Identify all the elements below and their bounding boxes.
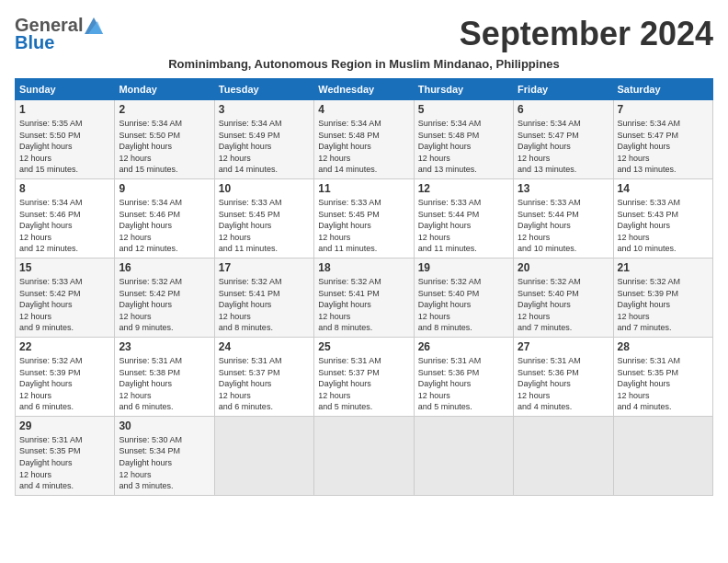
day-info: Sunrise: 5:32 AMSunset: 5:41 PMDaylight …: [318, 276, 409, 334]
calendar-cell: 21 Sunrise: 5:32 AMSunset: 5:39 PMDaylig…: [613, 258, 712, 337]
day-number: 5: [418, 103, 509, 116]
calendar-cell: 7 Sunrise: 5:34 AMSunset: 5:47 PMDayligh…: [613, 100, 712, 179]
day-number: 8: [19, 182, 110, 195]
day-number: 25: [318, 340, 409, 353]
day-info: Sunrise: 5:32 AMSunset: 5:42 PMDaylight …: [119, 276, 210, 334]
calendar-cell: 19 Sunrise: 5:32 AMSunset: 5:40 PMDaylig…: [414, 258, 513, 337]
calendar-cell: 11 Sunrise: 5:33 AMSunset: 5:45 PMDaylig…: [314, 178, 414, 258]
day-number: 16: [119, 261, 210, 274]
day-number: 11: [318, 182, 409, 195]
calendar-cell: 29 Sunrise: 5:31 AMSunset: 5:35 PMDaylig…: [16, 416, 115, 495]
calendar-cell: 14 Sunrise: 5:33 AMSunset: 5:43 PMDaylig…: [613, 178, 712, 258]
calendar-row-3: 22 Sunrise: 5:32 AMSunset: 5:39 PMDaylig…: [16, 337, 713, 416]
header-friday: Friday: [514, 79, 613, 100]
calendar-cell: 20 Sunrise: 5:32 AMSunset: 5:40 PMDaylig…: [514, 258, 613, 337]
day-number: 24: [219, 340, 310, 353]
day-number: 22: [19, 340, 110, 353]
day-number: 7: [618, 103, 709, 116]
calendar-cell: 13 Sunrise: 5:33 AMSunset: 5:44 PMDaylig…: [514, 178, 613, 258]
header-tuesday: Tuesday: [214, 79, 313, 100]
day-number: 9: [119, 182, 210, 195]
day-info: Sunrise: 5:33 AMSunset: 5:45 PMDaylight …: [318, 197, 409, 255]
header: General Blue September 2024: [15, 15, 713, 53]
day-number: 28: [618, 340, 709, 353]
day-number: 20: [518, 261, 609, 274]
header-thursday: Thursday: [414, 79, 513, 100]
header-monday: Monday: [115, 79, 214, 100]
day-info: Sunrise: 5:34 AMSunset: 5:50 PMDaylight …: [119, 118, 210, 176]
day-info: Sunrise: 5:31 AMSunset: 5:36 PMDaylight …: [518, 355, 609, 413]
day-info: Sunrise: 5:34 AMSunset: 5:48 PMDaylight …: [418, 118, 509, 176]
day-number: 10: [219, 182, 310, 195]
calendar-cell: 27 Sunrise: 5:31 AMSunset: 5:36 PMDaylig…: [514, 337, 613, 416]
day-info: Sunrise: 5:33 AMSunset: 5:43 PMDaylight …: [618, 197, 709, 255]
calendar-cell: [613, 416, 712, 495]
calendar-row-1: 8 Sunrise: 5:34 AMSunset: 5:46 PMDayligh…: [16, 178, 713, 258]
day-number: 29: [19, 419, 110, 432]
calendar-cell: 2 Sunrise: 5:34 AMSunset: 5:50 PMDayligh…: [115, 100, 214, 179]
header-sunday: Sunday: [16, 79, 115, 100]
header-saturday: Saturday: [613, 79, 712, 100]
calendar-cell: 4 Sunrise: 5:34 AMSunset: 5:48 PMDayligh…: [314, 100, 414, 179]
calendar-row-0: 1 Sunrise: 5:35 AMSunset: 5:50 PMDayligh…: [16, 100, 713, 179]
day-info: Sunrise: 5:33 AMSunset: 5:45 PMDaylight …: [219, 197, 310, 255]
day-info: Sunrise: 5:32 AMSunset: 5:40 PMDaylight …: [518, 276, 609, 334]
day-number: 23: [119, 340, 210, 353]
calendar-cell: 28 Sunrise: 5:31 AMSunset: 5:35 PMDaylig…: [613, 337, 712, 416]
day-info: Sunrise: 5:31 AMSunset: 5:36 PMDaylight …: [418, 355, 509, 413]
calendar-row-2: 15 Sunrise: 5:33 AMSunset: 5:42 PMDaylig…: [16, 258, 713, 337]
logo-blue: Blue: [15, 32, 54, 53]
calendar-cell: [314, 416, 414, 495]
day-info: Sunrise: 5:34 AMSunset: 5:46 PMDaylight …: [19, 197, 110, 255]
day-info: Sunrise: 5:35 AMSunset: 5:50 PMDaylight …: [19, 118, 110, 176]
calendar-cell: 12 Sunrise: 5:33 AMSunset: 5:44 PMDaylig…: [414, 178, 513, 258]
day-info: Sunrise: 5:31 AMSunset: 5:37 PMDaylight …: [219, 355, 310, 413]
calendar-row-4: 29 Sunrise: 5:31 AMSunset: 5:35 PMDaylig…: [16, 416, 713, 495]
day-info: Sunrise: 5:31 AMSunset: 5:35 PMDaylight …: [19, 434, 110, 492]
day-number: 15: [19, 261, 110, 274]
day-number: 14: [618, 182, 709, 195]
day-info: Sunrise: 5:31 AMSunset: 5:37 PMDaylight …: [318, 355, 409, 413]
calendar-cell: 3 Sunrise: 5:34 AMSunset: 5:49 PMDayligh…: [214, 100, 313, 179]
day-number: 3: [219, 103, 310, 116]
day-info: Sunrise: 5:34 AMSunset: 5:47 PMDaylight …: [518, 118, 609, 176]
day-info: Sunrise: 5:32 AMSunset: 5:39 PMDaylight …: [19, 355, 110, 413]
day-number: 4: [318, 103, 409, 116]
calendar-cell: 15 Sunrise: 5:33 AMSunset: 5:42 PMDaylig…: [16, 258, 115, 337]
calendar-cell: 17 Sunrise: 5:32 AMSunset: 5:41 PMDaylig…: [214, 258, 313, 337]
calendar-cell: [514, 416, 613, 495]
calendar-cell: 22 Sunrise: 5:32 AMSunset: 5:39 PMDaylig…: [16, 337, 115, 416]
header-wednesday: Wednesday: [314, 79, 414, 100]
day-info: Sunrise: 5:31 AMSunset: 5:35 PMDaylight …: [618, 355, 709, 413]
calendar-cell: [214, 416, 313, 495]
calendar-cell: 23 Sunrise: 5:31 AMSunset: 5:38 PMDaylig…: [115, 337, 214, 416]
calendar-cell: 5 Sunrise: 5:34 AMSunset: 5:48 PMDayligh…: [414, 100, 513, 179]
day-info: Sunrise: 5:32 AMSunset: 5:39 PMDaylight …: [618, 276, 709, 334]
day-number: 26: [418, 340, 509, 353]
month-title: September 2024: [460, 15, 713, 53]
day-info: Sunrise: 5:34 AMSunset: 5:48 PMDaylight …: [318, 118, 409, 176]
day-number: 27: [518, 340, 609, 353]
day-number: 13: [518, 182, 609, 195]
day-info: Sunrise: 5:32 AMSunset: 5:40 PMDaylight …: [418, 276, 509, 334]
day-number: 19: [418, 261, 509, 274]
day-number: 18: [318, 261, 409, 274]
calendar-header-row: SundayMondayTuesdayWednesdayThursdayFrid…: [16, 79, 713, 100]
day-info: Sunrise: 5:34 AMSunset: 5:47 PMDaylight …: [618, 118, 709, 176]
calendar-cell: 9 Sunrise: 5:34 AMSunset: 5:46 PMDayligh…: [115, 178, 214, 258]
day-info: Sunrise: 5:31 AMSunset: 5:38 PMDaylight …: [119, 355, 210, 413]
calendar-cell: 25 Sunrise: 5:31 AMSunset: 5:37 PMDaylig…: [314, 337, 414, 416]
calendar-cell: 30 Sunrise: 5:30 AMSunset: 5:34 PMDaylig…: [115, 416, 214, 495]
day-info: Sunrise: 5:33 AMSunset: 5:44 PMDaylight …: [418, 197, 509, 255]
calendar-cell: 18 Sunrise: 5:32 AMSunset: 5:41 PMDaylig…: [314, 258, 414, 337]
day-number: 1: [19, 103, 110, 116]
day-number: 30: [119, 419, 210, 432]
day-number: 2: [119, 103, 210, 116]
calendar-table: SundayMondayTuesdayWednesdayThursdayFrid…: [15, 78, 713, 496]
logo-icon: [85, 17, 103, 34]
day-info: Sunrise: 5:30 AMSunset: 5:34 PMDaylight …: [119, 434, 210, 492]
calendar-cell: 16 Sunrise: 5:32 AMSunset: 5:42 PMDaylig…: [115, 258, 214, 337]
logo: General Blue: [15, 15, 103, 53]
day-info: Sunrise: 5:34 AMSunset: 5:49 PMDaylight …: [219, 118, 310, 176]
day-number: 17: [219, 261, 310, 274]
